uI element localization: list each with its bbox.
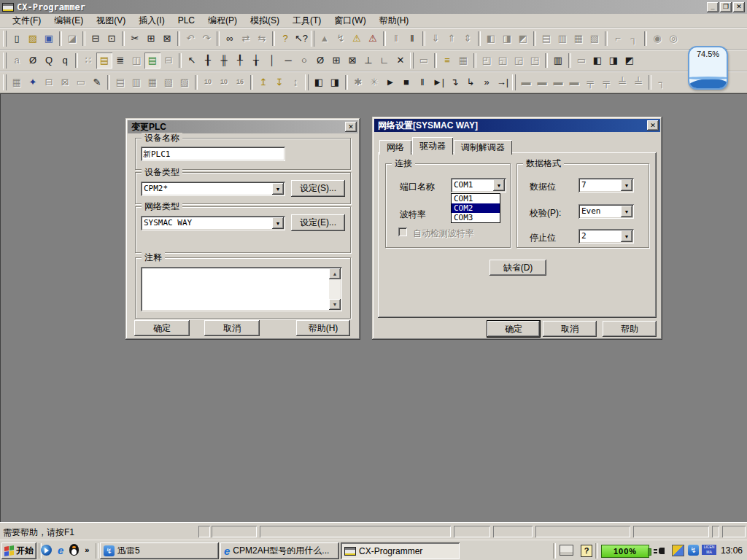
toolbar-grip[interactable]: [410, 52, 414, 69]
simulation-stop-button[interactable]: ■: [398, 74, 414, 90]
work-online-button[interactable]: ⚠: [365, 31, 381, 47]
thunder-progress-widget[interactable]: 74.5%: [688, 46, 728, 90]
output-window-button[interactable]: ◧: [589, 52, 605, 69]
comment-field[interactable]: ▲ ▼: [141, 267, 342, 311]
app-grid-icon[interactable]: [672, 545, 684, 556]
close-icon[interactable]: ✕: [647, 120, 659, 131]
device-name-input[interactable]: [143, 149, 283, 159]
network-type-settings-button[interactable]: 设定(E)...: [291, 214, 345, 231]
simulator-console-button[interactable]: ◨: [327, 74, 343, 90]
new-vertical-line-button[interactable]: │: [264, 52, 280, 69]
cancel-button[interactable]: 取消: [543, 321, 597, 337]
ok-button[interactable]: 确定: [134, 320, 190, 336]
ime-help-icon[interactable]: ?: [581, 545, 592, 557]
step-run-button[interactable]: ►|: [430, 74, 446, 90]
simulation-run-button[interactable]: ►: [382, 74, 398, 90]
rung-manager-button[interactable]: ▥: [550, 52, 566, 69]
line-branch-button[interactable]: ⊥: [360, 52, 376, 69]
data-bits-combo[interactable]: 7 ▼: [578, 178, 634, 192]
menu-item[interactable]: PLC: [171, 14, 201, 27]
edit-program-button[interactable]: ✦: [25, 74, 41, 90]
copy-button[interactable]: ⊞: [143, 31, 159, 47]
chevron-down-icon[interactable]: ▼: [621, 230, 632, 242]
toolbar-grip[interactable]: [305, 74, 309, 90]
stop-bits-combo[interactable]: 2 ▼: [578, 229, 634, 244]
port-combo[interactable]: COM1 ▼: [451, 178, 506, 192]
properties-button[interactable]: ✎: [89, 74, 105, 90]
tab-网络[interactable]: 网络: [379, 140, 411, 155]
cancel-button[interactable]: 取消: [204, 320, 260, 336]
device-type-settings-button[interactable]: 设定(S)...: [291, 180, 345, 197]
show-rung-annotations-button[interactable]: ≣: [112, 52, 128, 69]
paste-button[interactable]: ⊠: [159, 31, 175, 47]
menu-item[interactable]: 文件(F): [6, 13, 47, 28]
chevron-down-icon[interactable]: ▼: [493, 179, 505, 191]
print-preview-button[interactable]: ⊡: [104, 31, 120, 47]
new-coil-button[interactable]: ○: [296, 52, 312, 69]
line-corner-button[interactable]: ∟: [376, 52, 392, 69]
simulator-window-button[interactable]: ◧: [311, 74, 327, 90]
find-button[interactable]: ∞: [222, 31, 238, 47]
zoom-in-button[interactable]: Q: [41, 52, 57, 69]
symbol-table-button[interactable]: ≡: [439, 52, 455, 69]
dialog-titlebar[interactable]: 网络设置[SYSMAC WAY] ✕: [374, 119, 660, 132]
save-project-button[interactable]: ▣: [41, 31, 57, 47]
new-horizontal-line-button[interactable]: ─: [280, 52, 296, 69]
keyboard-icon[interactable]: [560, 545, 573, 556]
port-option-COM1[interactable]: COM1: [452, 194, 500, 203]
open-project-button[interactable]: ▨: [25, 31, 41, 47]
help-button[interactable]: 帮助(H): [296, 320, 350, 336]
license-icon[interactable]: LICENMA: [702, 545, 716, 555]
menu-item[interactable]: 帮助(H): [373, 13, 416, 28]
media-player-icon[interactable]: [41, 545, 52, 556]
print-button[interactable]: ⊟: [88, 31, 104, 47]
parity-combo[interactable]: Even ▼: [578, 204, 634, 219]
chevron-down-icon[interactable]: ▼: [272, 217, 284, 229]
simulation-pause-button[interactable]: ‖: [414, 74, 430, 90]
toolbar-grip[interactable]: [311, 31, 314, 47]
step-out-button[interactable]: ↳: [462, 74, 479, 90]
device-name-field[interactable]: [141, 147, 285, 161]
local-symbol-window-button[interactable]: ◩: [622, 52, 638, 69]
close-button[interactable]: ✕: [733, 2, 745, 12]
continuous-step-run-button[interactable]: »: [479, 74, 495, 90]
program-check-button[interactable]: ⚠: [349, 31, 365, 47]
show-comments-button[interactable]: ▤: [96, 52, 112, 69]
task-button-2[interactable]: eCPM2AH型号的用什么...: [220, 542, 339, 559]
port-option-COM3[interactable]: COM3: [452, 213, 500, 222]
toolbar-grip[interactable]: [3, 74, 7, 90]
force-off-button[interactable]: ↧: [271, 74, 287, 90]
close-icon[interactable]: ✕: [345, 122, 357, 132]
tab-调制解调器[interactable]: 调制解调器: [454, 140, 512, 155]
menu-item[interactable]: 插入(I): [132, 13, 171, 28]
internet-explorer-icon[interactable]: e: [58, 545, 63, 556]
cross-reference-window-button[interactable]: ◨: [605, 52, 622, 69]
menu-item[interactable]: 模拟(S): [244, 13, 286, 28]
scroll-down-icon[interactable]: ▼: [329, 299, 341, 310]
force-on-button[interactable]: ↥: [255, 74, 271, 90]
new-instruction-2-button[interactable]: ⊠: [344, 52, 360, 69]
start-button[interactable]: 开始: [1, 542, 36, 559]
scroll-up-icon[interactable]: ▲: [329, 268, 341, 279]
context-help-button[interactable]: ↖?: [293, 31, 309, 47]
network-type-combo[interactable]: SYSMAC WAY ▼: [141, 216, 285, 230]
battery-indicator[interactable]: 100%: [601, 545, 649, 558]
new-instruction-button[interactable]: ⊞: [328, 52, 344, 69]
new-closed-or-contact-button[interactable]: ╁: [248, 52, 264, 69]
new-file-button[interactable]: ▯: [9, 31, 25, 47]
zoom-reset-button[interactable]: Ø: [25, 52, 41, 69]
cut-button[interactable]: ✂: [127, 31, 143, 47]
comment-scrollbar[interactable]: ▲ ▼: [329, 268, 341, 310]
help-button[interactable]: ?: [277, 31, 293, 47]
qq-icon[interactable]: [69, 544, 79, 556]
thunder-icon[interactable]: ↯: [688, 545, 699, 556]
minimize-button[interactable]: _: [707, 2, 719, 12]
help-button[interactable]: 帮助: [603, 321, 657, 337]
menu-item[interactable]: 编程(P): [201, 13, 244, 28]
new-closed-contact-button[interactable]: ╫: [216, 52, 232, 69]
restore-button[interactable]: ❐: [720, 2, 732, 12]
step-in-button[interactable]: ↴: [446, 74, 462, 90]
new-or-contact-button[interactable]: ╀: [232, 52, 248, 69]
dialog-titlebar[interactable]: 变更PLC ✕: [128, 120, 358, 133]
pause-button[interactable]: ‖: [404, 31, 420, 47]
